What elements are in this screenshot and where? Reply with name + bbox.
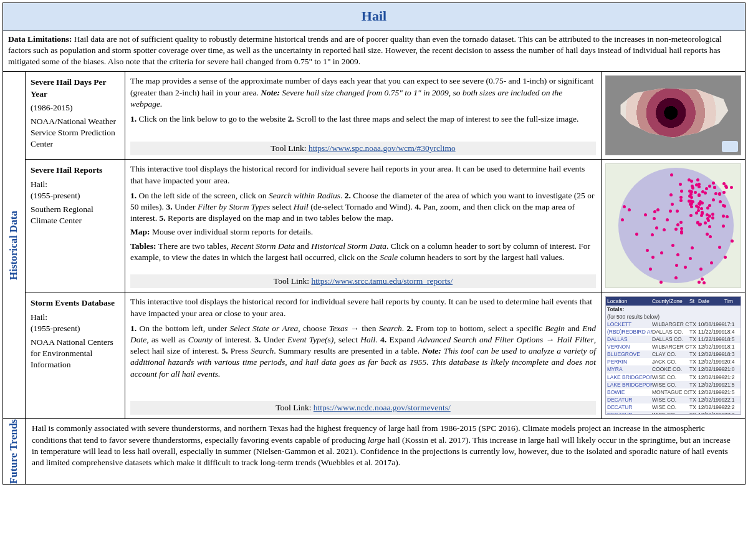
data-limitations-box: Data Limitations: Hail data are not of s… <box>3 31 745 72</box>
future-trends-section: Future Trends Hail is commonly associate… <box>3 419 745 484</box>
resource-body: The map provides a sense of the approxim… <box>125 72 602 159</box>
resource-row: Severe Hail Days Per Year (1986-2015) NO… <box>26 72 745 160</box>
tool-link[interactable]: https://www.ncdc.noaa.gov/stormevents/ <box>314 403 451 412</box>
resource-title: Severe Hail Days Per Year <box>31 77 121 99</box>
historical-section: Historical Data Severe Hail Days Per Yea… <box>3 72 745 419</box>
tool-link-bar: Tool Link: https://www.srcc.tamu.edu/sto… <box>130 274 596 288</box>
resource-meta: Severe Hail Reports Hail: (1955-present)… <box>26 160 125 292</box>
page-container: Hail Data Limitations: Hail data are not… <box>2 2 746 485</box>
resource-thumbnail: LocationCounty/ZoneStDateTimTotals:(for … <box>602 292 745 418</box>
resource-row: Severe Hail Reports Hail: (1955-present)… <box>26 160 745 292</box>
hail-days-map-icon <box>605 75 741 155</box>
hail-reports-map-icon <box>605 163 741 288</box>
resource-row: Storm Events Database Hail: (1955-presen… <box>26 292 745 418</box>
resource-meta: Storm Events Database Hail: (1955-presen… <box>26 292 125 418</box>
resource-title: Storm Events Database <box>31 297 121 309</box>
tool-link-bar: Tool Link: https://www.ncdc.noaa.gov/sto… <box>130 401 596 415</box>
page-title: Hail <box>3 3 745 31</box>
resource-body: This interactive tool displays the histo… <box>125 160 602 292</box>
future-sidebar-label: Future Trends <box>3 419 26 484</box>
resource-thumbnail <box>602 160 745 292</box>
historical-sidebar-label: Historical Data <box>3 72 26 418</box>
resource-meta: Severe Hail Days Per Year (1986-2015) NO… <box>26 72 125 159</box>
limitations-text: Hail data are not of sufficient quality … <box>8 34 722 66</box>
tool-link[interactable]: https://www.spc.noaa.gov/wcm/#30yrclimo <box>309 143 456 153</box>
resource-thumbnail <box>602 72 745 159</box>
resource-body: This interactive tool displays the histo… <box>125 292 602 418</box>
tool-link[interactable]: https://www.srcc.tamu.edu/storm_reports/ <box>311 276 453 286</box>
tool-link-bar: Tool Link: https://www.spc.noaa.gov/wcm/… <box>130 142 596 155</box>
resource-title: Severe Hail Reports <box>31 165 121 176</box>
future-trends-text: Hail is commonly associated with severe … <box>26 419 745 484</box>
storm-events-table-icon: LocationCounty/ZoneStDateTimTotals:(for … <box>605 296 741 415</box>
limitations-label: Data Limitations: <box>8 34 72 44</box>
